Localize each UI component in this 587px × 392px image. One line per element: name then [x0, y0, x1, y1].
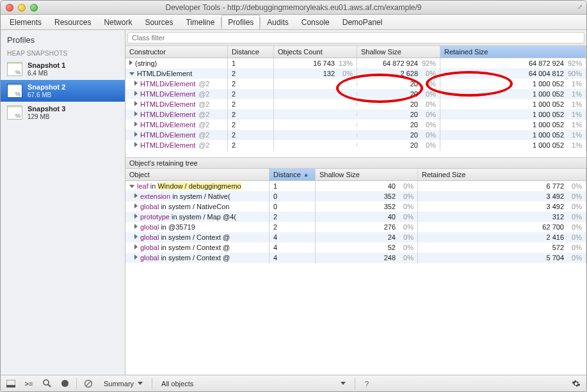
top-grid-header[interactable]: Constructor Distance Objects Count Shall… [125, 46, 586, 58]
col-shallow-size[interactable]: Shallow Size [357, 46, 440, 58]
snapshot-item[interactable]: Snapshot 267.6 MB [1, 80, 125, 102]
snapshot-icon [7, 62, 22, 76]
svg-rect-1 [6, 385, 15, 388]
disclosure-triangle-icon[interactable] [129, 72, 134, 75]
tab-network[interactable]: Network [97, 15, 138, 29]
search-icon[interactable] [40, 378, 53, 389]
bottom-grid[interactable]: leaf in Window / debuggingmemo1400%6 772… [125, 181, 586, 375]
close-icon[interactable] [6, 4, 13, 12]
snapshot-name: Snapshot 3 [28, 105, 65, 113]
filter-bar [125, 30, 586, 46]
svg-line-3 [48, 384, 51, 387]
table-row[interactable]: global in system / Context @42480%5 7040… [125, 253, 586, 263]
view-select[interactable]: Summary [100, 378, 147, 389]
console-icon[interactable]: >≡ [22, 378, 35, 389]
statusbar: >≡ Summary All objects ? [1, 375, 586, 391]
expand-icon[interactable]: ⤢ [577, 3, 583, 10]
disclosure-triangle-icon[interactable] [134, 142, 138, 147]
devtools-window: Developer Tools - http://debuggingmemory… [0, 0, 587, 392]
tab-console[interactable]: Console [295, 15, 336, 29]
table-row[interactable]: global in @3571922760%62 7000% [125, 222, 586, 232]
col-distance2[interactable]: Distance▲ [269, 169, 316, 180]
tab-timeline[interactable]: Timeline [179, 15, 221, 29]
snapshot-name: Snapshot 2 [28, 83, 65, 91]
disclosure-triangle-icon[interactable] [129, 185, 134, 188]
table-row[interactable]: global in system / Context @4240%2 4160% [125, 232, 586, 242]
snapshot-size: 6.4 MB [28, 70, 65, 77]
table-row[interactable]: HTMLDivElement@22200%1 000 0521% [125, 120, 586, 130]
disclosure-triangle-icon[interactable] [134, 193, 138, 198]
top-grid[interactable]: (string)116 74313%64 872 92492%64 872 92… [125, 58, 586, 157]
table-row[interactable]: global in system / NativeCon03520%3 4920… [125, 201, 586, 212]
dock-icon[interactable] [4, 378, 17, 389]
snapshot-icon [7, 106, 22, 120]
tab-demopanel[interactable]: DemoPanel [336, 15, 389, 29]
snapshot-icon [7, 84, 22, 98]
table-row[interactable]: HTMLDivElement@22200%1 000 0521% [125, 89, 586, 99]
disclosure-triangle-icon[interactable] [134, 203, 138, 208]
table-row[interactable]: HTMLDivElement@22200%1 000 0521% [125, 99, 586, 109]
chevron-down-icon [341, 382, 346, 385]
tab-elements[interactable]: Elements [3, 15, 48, 29]
profiles-sidebar: Profiles HEAP SNAPSHOTS Snapshot 16.4 MB… [1, 30, 125, 375]
sidebar-caption: HEAP SNAPSHOTS [1, 47, 125, 58]
sidebar-title: Profiles [1, 30, 125, 47]
col-shallow-size2[interactable]: Shallow Size [316, 169, 418, 180]
snapshot-item[interactable]: Snapshot 3129 MB [1, 102, 125, 123]
retaining-tree-header: Object's retaining tree [125, 157, 586, 169]
table-row[interactable]: prototype in system / Map @4(2400%3120% [125, 212, 586, 222]
traffic-lights [1, 4, 38, 12]
tab-sources[interactable]: Sources [138, 15, 179, 29]
disclosure-triangle-icon[interactable] [134, 91, 138, 96]
disclosure-triangle-icon[interactable] [134, 111, 138, 116]
table-row[interactable]: (string)116 74313%64 872 92492%64 872 92… [125, 58, 586, 68]
snapshot-size: 67.6 MB [28, 91, 65, 99]
table-row[interactable]: HTMLDivElement@22200%1 000 0521% [125, 140, 586, 150]
window-title: Developer Tools - http://debuggingmemory… [1, 3, 586, 12]
disclosure-triangle-icon[interactable] [134, 132, 138, 137]
disclosure-triangle-icon[interactable] [134, 244, 138, 249]
settings-gear-icon[interactable] [570, 378, 583, 389]
svg-point-2 [44, 380, 49, 385]
bottom-grid-header[interactable]: Object Distance▲ Shallow Size Retained S… [125, 169, 586, 181]
panel-tabs: ElementsResourcesNetworkSourcesTimelineP… [1, 15, 586, 30]
col-object[interactable]: Object [125, 169, 269, 180]
svg-line-5 [86, 381, 91, 386]
table-row[interactable]: leaf in Window / debuggingmemo1400%6 772… [125, 181, 586, 191]
col-objects-count[interactable]: Objects Count [274, 46, 357, 58]
sort-asc-icon: ▲ [303, 171, 309, 178]
snapshot-item[interactable]: Snapshot 16.4 MB [1, 58, 125, 80]
scope-select[interactable]: All objects [157, 378, 350, 389]
disclosure-triangle-icon[interactable] [129, 60, 133, 65]
tab-profiles[interactable]: Profiles [221, 15, 260, 29]
snapshot-name: Snapshot 1 [28, 61, 65, 70]
disclosure-triangle-icon[interactable] [134, 101, 138, 106]
disclosure-triangle-icon[interactable] [134, 224, 138, 229]
table-row[interactable]: HTMLDivElement@22200%1 000 0521% [125, 130, 586, 140]
col-constructor[interactable]: Constructor [125, 46, 228, 58]
disclosure-triangle-icon[interactable] [134, 122, 138, 127]
help-button[interactable]: ? [360, 378, 373, 389]
table-row[interactable]: global in system / Context @4520%5720% [125, 242, 586, 253]
col-retained-size[interactable]: Retained Size [440, 46, 586, 58]
disclosure-triangle-icon[interactable] [134, 81, 138, 86]
disclosure-triangle-icon[interactable] [134, 214, 138, 219]
disclosure-triangle-icon[interactable] [134, 234, 138, 239]
minimize-icon[interactable] [18, 4, 26, 12]
clear-icon[interactable] [82, 378, 95, 389]
tab-audits[interactable]: Audits [261, 15, 294, 29]
disclosure-triangle-icon[interactable] [134, 255, 138, 260]
zoom-icon[interactable] [30, 4, 38, 12]
col-retained-size2[interactable]: Retained Size [418, 169, 586, 180]
table-row[interactable]: HTMLDivElement21320%2 6280%64 004 81290% [125, 68, 586, 79]
table-row[interactable]: extension in system / Native(03520%3 492… [125, 191, 586, 201]
content-pane: Constructor Distance Objects Count Shall… [125, 30, 586, 375]
tab-resources[interactable]: Resources [48, 15, 97, 29]
chevron-down-icon [138, 382, 143, 385]
col-distance[interactable]: Distance [228, 46, 274, 58]
record-icon[interactable] [58, 378, 71, 389]
table-row[interactable]: HTMLDivElement@22200%1 000 0521% [125, 109, 586, 120]
titlebar: Developer Tools - http://debuggingmemory… [1, 1, 586, 15]
table-row[interactable]: HTMLDivElement@22200%1 000 0521% [125, 79, 586, 89]
class-filter-input[interactable] [127, 32, 584, 43]
